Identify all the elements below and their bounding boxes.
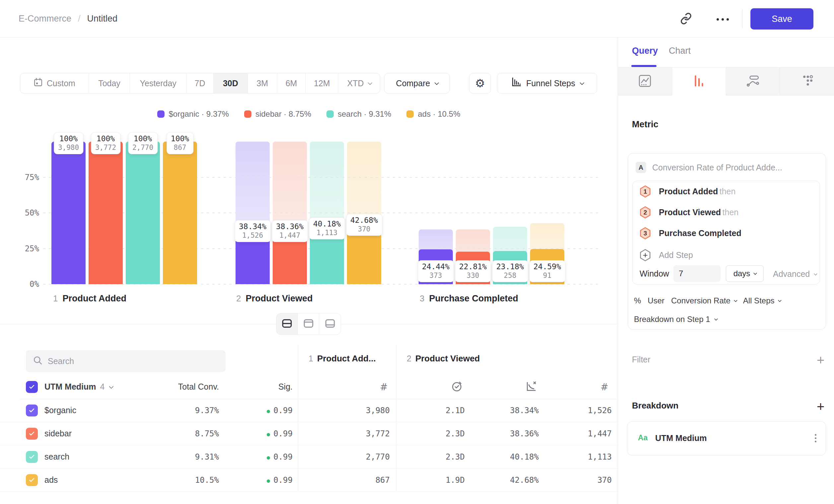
row-significance: 0.99	[233, 476, 292, 485]
chart-settings-button[interactable]: ⚙	[469, 73, 491, 93]
legend-item[interactable]: search · 9.31%	[326, 109, 391, 119]
step1-column-header: 1Product Add...	[309, 353, 376, 364]
chevron-down-icon	[435, 81, 439, 85]
table-row[interactable]: sidebar8.75%0.993,7722.3D38.36%1,447	[0, 422, 618, 445]
range-tab-6m[interactable]: 6M	[277, 73, 306, 93]
advanced-toggle[interactable]: Advanced	[773, 269, 816, 279]
funnel-bar[interactable]	[51, 142, 86, 284]
range-tab-7d[interactable]: 7D	[186, 73, 214, 93]
breadcrumb-page-title[interactable]: Untitled	[87, 14, 118, 24]
count2-column-icon[interactable]: #	[600, 382, 608, 393]
row-conversion-rate: 38.34%	[482, 406, 539, 415]
legend-item[interactable]: ads · 10.5%	[407, 109, 460, 119]
row-conversion-rate: 42.68%	[482, 476, 539, 485]
chart-type-picker-button[interactable]: Funnel Steps	[497, 73, 597, 93]
significance-dot	[267, 456, 270, 460]
breakdown-property-card[interactable]: Aa UTM Medium	[627, 421, 826, 456]
window-unit-select[interactable]: days	[726, 265, 764, 282]
check-icon	[29, 384, 34, 389]
step-number-hex-icon: 1	[640, 185, 651, 198]
table-row[interactable]: search9.31%0.992,7702.3D40.18%1,113	[0, 445, 618, 468]
funnel-bar[interactable]	[89, 142, 123, 284]
row-checkbox[interactable]	[26, 405, 38, 416]
layout-chart-only-button[interactable]	[298, 313, 320, 335]
range-tab-today[interactable]: Today	[89, 73, 130, 93]
funnel-bar[interactable]	[163, 142, 197, 284]
conversion-chart-icon[interactable]	[525, 380, 537, 394]
table-row[interactable]: $organic9.37%0.993,9802.1D38.34%1,526	[0, 399, 618, 422]
kebab-menu-icon[interactable]	[815, 434, 816, 442]
window-row: Window	[640, 265, 669, 282]
row-significance: 0.99	[233, 429, 292, 438]
count-column-icon[interactable]: #	[380, 382, 388, 393]
table-row[interactable]: ads10.5%0.998671.9D42.68%370	[0, 468, 618, 492]
bar-value-label: 100%3,980	[54, 132, 83, 154]
layout-split-button[interactable]	[276, 313, 298, 335]
top-bar: E-Commerce / Untitled Save	[0, 0, 834, 38]
funnel-step-label: 2Product Viewed	[236, 294, 313, 304]
row-significance: 0.99	[233, 452, 292, 462]
breadcrumb-project[interactable]: E-Commerce	[19, 14, 71, 24]
funnel-step-item[interactable]: 1Product Added then	[640, 185, 736, 198]
chart-type-flow-button[interactable]	[726, 68, 780, 95]
tab-query[interactable]: Query	[632, 46, 658, 56]
range-tab-12m[interactable]: 12M	[306, 73, 338, 93]
chart-type-dots-button[interactable]	[780, 68, 834, 95]
time-to-convert-icon[interactable]	[451, 380, 463, 394]
compare-button[interactable]: Compare	[384, 73, 450, 93]
row-checkbox[interactable]	[26, 428, 38, 440]
funnel-bar[interactable]	[126, 142, 160, 284]
chart-type-line-button[interactable]	[618, 68, 672, 95]
row-total-conv: 9.37%	[146, 406, 219, 415]
add-breakdown-button[interactable]: +	[817, 400, 825, 413]
tab-chart[interactable]: Chart	[669, 46, 691, 56]
user-label[interactable]: User	[648, 296, 664, 305]
window-value-input[interactable]	[674, 265, 721, 282]
significance-dot	[267, 479, 270, 483]
add-step-row[interactable]: + Add Step	[640, 249, 693, 261]
total-conv-column-header[interactable]: Total Conv.	[146, 382, 219, 392]
range-tab-yesterday[interactable]: Yesterday	[130, 73, 186, 93]
bar-value-label: 24.59%91	[529, 260, 565, 282]
group-column-header[interactable]: UTM Medium 4	[44, 382, 112, 392]
share-link-button[interactable]	[679, 12, 693, 26]
range-tab-custom[interactable]: Custom	[20, 73, 89, 93]
funnel-step-item[interactable]: 2Product Viewed then	[640, 206, 739, 219]
panel-divider	[618, 38, 618, 504]
legend-item[interactable]: sidebar · 8.75%	[244, 109, 311, 119]
step-number-hex-icon: 3	[640, 227, 651, 239]
range-tab-3m[interactable]: 3M	[248, 73, 277, 93]
more-options-button[interactable]	[712, 13, 733, 25]
row-step1-count: 3,772	[324, 429, 390, 438]
steps-scope-select[interactable]: All Steps	[743, 296, 781, 305]
table-search	[26, 350, 225, 372]
bar-value-label: 100%2,770	[128, 132, 158, 154]
row-step1-count: 2,770	[324, 452, 390, 462]
metric-row[interactable]: A Conversion Rate of Product Adde...	[636, 162, 782, 173]
metric-section-title: Metric	[632, 119, 659, 130]
active-tab-underline	[631, 65, 657, 67]
breakdown-on-step-select[interactable]: Breakdown on Step 1	[634, 315, 717, 324]
date-range-tabs: Custom Today Yesterday 7D 30D 3M 6M 12M …	[20, 73, 380, 93]
funnel-step-item[interactable]: 3Purchase Completed	[640, 227, 742, 239]
sig-column-header[interactable]: Sig.	[243, 382, 292, 392]
chart-type-funnel-button[interactable]	[672, 68, 726, 95]
measured-as-row: % User Conversion Rate All Steps	[634, 296, 781, 305]
save-button[interactable]: Save	[750, 8, 813, 29]
legend-swatch	[157, 110, 164, 118]
breakdown-property-name: UTM Medium	[655, 433, 707, 443]
range-tab-xtd[interactable]: XTD	[338, 73, 380, 93]
select-all-checkbox[interactable]	[26, 381, 38, 393]
legend-item[interactable]: $organic · 9.37%	[157, 109, 228, 119]
row-step1-count: 3,980	[324, 406, 390, 415]
row-significance: 0.99	[233, 406, 292, 415]
row-checkbox[interactable]	[26, 474, 38, 486]
row-time-to-convert: 1.9D	[415, 476, 465, 485]
layout-table-only-button[interactable]	[319, 313, 341, 335]
search-input[interactable]	[48, 357, 218, 366]
row-checkbox[interactable]	[26, 451, 38, 463]
check-icon	[29, 454, 34, 459]
add-filter-button[interactable]: +	[817, 353, 825, 367]
range-tab-30d[interactable]: 30D	[214, 73, 248, 93]
metric-type-select[interactable]: Conversion Rate	[671, 296, 737, 305]
